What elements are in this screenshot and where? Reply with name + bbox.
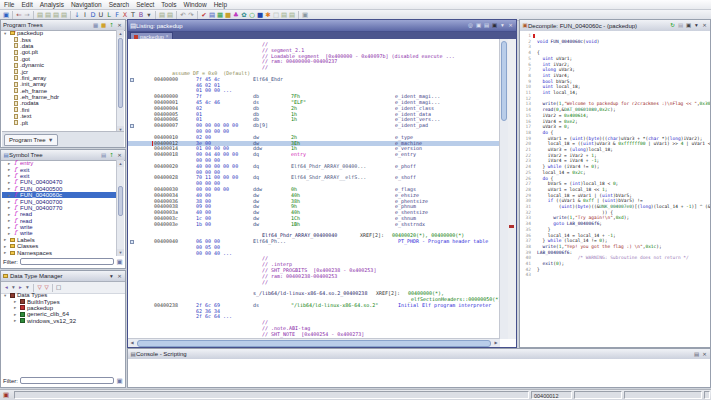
filter-on-icon[interactable]: ▽ bbox=[43, 284, 50, 291]
menu-help[interactable]: Help bbox=[214, 1, 227, 8]
close-icon[interactable]: × bbox=[701, 22, 708, 29]
memory-map-icon[interactable]: ▦ bbox=[216, 11, 224, 19]
data-type-filter-input[interactable] bbox=[20, 377, 114, 384]
decompile-line-42[interactable]: } bbox=[537, 267, 540, 273]
snapshot-icon[interactable]: ▣ bbox=[685, 22, 692, 29]
refresh-icon[interactable]: ↻ bbox=[669, 22, 676, 29]
nav-back-icon[interactable]: ← bbox=[15, 11, 23, 19]
listing-title-bar[interactable]: ▤ Listing: packedup ◎▣▤▣▾× bbox=[128, 20, 516, 32]
marker-nonflow-icon[interactable]: X bbox=[121, 11, 129, 19]
marker-label-icon[interactable]: L bbox=[105, 11, 113, 19]
marker-data-icon[interactable]: D bbox=[89, 11, 97, 19]
collapse-marker-icon[interactable] bbox=[130, 240, 134, 244]
program-tree-scrollbar[interactable]: ▲▼ bbox=[116, 30, 124, 133]
listing-vertical-scrollbar[interactable] bbox=[499, 39, 508, 339]
bookmark-icon[interactable]: ✱ bbox=[264, 11, 272, 19]
goto-icon[interactable]: ▤ bbox=[100, 152, 107, 159]
marker-instruction-icon[interactable]: I bbox=[81, 11, 89, 19]
checkout-icon[interactable]: ▤ bbox=[280, 11, 288, 19]
marker-function-icon[interactable]: F bbox=[113, 11, 121, 19]
clipboard-copy-icon[interactable]: ▤ bbox=[158, 11, 166, 19]
menu-file[interactable]: File bbox=[4, 1, 14, 8]
tool-status-icon[interactable]: ▣ bbox=[2, 391, 10, 399]
selection-icon[interactable]: ▤ bbox=[483, 22, 490, 29]
filter-icon[interactable]: ▦ bbox=[92, 22, 99, 29]
snapshot-icon[interactable]: ▣ bbox=[491, 22, 498, 29]
marker-undefined-icon[interactable]: U bbox=[97, 11, 105, 19]
back-dropdown-icon[interactable]: ▾ bbox=[10, 284, 17, 291]
marker-text-icon[interactable]: T bbox=[129, 11, 137, 19]
tree-item-windows_vs12_32[interactable]: ▸windows_vs12_32 bbox=[2, 318, 117, 324]
forward-icon[interactable]: ▸ bbox=[17, 284, 24, 291]
bytes-viewer-icon[interactable]: ■ bbox=[256, 11, 264, 19]
decompile-line-2[interactable]: void FUN_0040060c(void) bbox=[537, 39, 599, 45]
data-type-manager-header[interactable]: Data Type Manager ▾× bbox=[1, 271, 125, 282]
open-project-icon[interactable]: ■ bbox=[224, 11, 232, 19]
graph-icon[interactable]: ♣ bbox=[232, 11, 240, 19]
script-manager-icon[interactable]: ▤ bbox=[208, 11, 216, 19]
clipboard-paste-icon[interactable]: ▤ bbox=[166, 11, 174, 19]
console-output[interactable] bbox=[128, 359, 710, 387]
menu-window[interactable]: Window bbox=[184, 1, 207, 8]
chevron-down-icon[interactable]: ▾ bbox=[499, 22, 506, 29]
close-icon[interactable]: × bbox=[116, 22, 123, 29]
memory-icon[interactable]: ▣ bbox=[301, 11, 309, 19]
disabled-tool-icon[interactable]: □ bbox=[272, 11, 280, 19]
menu-analysis[interactable]: Analysis bbox=[40, 1, 64, 8]
navigate-down-icon[interactable]: ↓ bbox=[73, 11, 81, 19]
tree-item-plt[interactable]: .plt bbox=[2, 119, 117, 125]
program-tree-tab[interactable]: Program Tree ▾ bbox=[4, 134, 58, 146]
decompile-line-41[interactable]: exit(0); bbox=[537, 261, 564, 267]
listing-horizontal-scrollbar[interactable]: ◀▶ bbox=[128, 338, 500, 347]
listing-content[interactable]: //// segment_2.1// Loadable segment [0x4… bbox=[128, 39, 500, 339]
close-icon[interactable]: × bbox=[116, 273, 123, 280]
console-icon[interactable]: ○ bbox=[248, 11, 256, 19]
save-icon[interactable]: ▣ bbox=[2, 11, 10, 19]
symbol-tree-filter-input[interactable] bbox=[20, 258, 114, 265]
collapse-marker-icon[interactable] bbox=[130, 78, 134, 82]
collapse-marker-icon[interactable] bbox=[130, 124, 134, 128]
nav-forward-icon[interactable]: → bbox=[23, 11, 31, 19]
filter-off-icon[interactable]: ▽ bbox=[36, 284, 43, 291]
decompile-content[interactable]: 12void FUN_0040060c(void)34{5 uint uVar1… bbox=[520, 31, 710, 347]
chevron-down-icon[interactable]: ▾ bbox=[693, 22, 700, 29]
listing-overview-margin[interactable] bbox=[508, 39, 516, 339]
close-icon[interactable]: × bbox=[116, 152, 123, 159]
copy-icon[interactable]: ▤ bbox=[52, 11, 60, 19]
auto-analyze-icon[interactable]: ✔ bbox=[200, 11, 208, 19]
checkin-icon[interactable]: ▤ bbox=[288, 11, 296, 19]
clone-icon[interactable]: ▣ bbox=[475, 22, 482, 29]
scroll-lock-icon[interactable]: ▤ bbox=[693, 351, 700, 358]
close-icon[interactable]: × bbox=[507, 22, 514, 29]
symbol-tree-scrollbar[interactable]: ▲▼ bbox=[116, 160, 124, 256]
cursor-location-icon[interactable]: ◎ bbox=[467, 22, 474, 29]
copy-icon[interactable]: ▤ bbox=[677, 22, 684, 29]
open-folder-icon[interactable]: ■ bbox=[100, 22, 107, 29]
back-icon[interactable]: ◂ bbox=[3, 284, 10, 291]
forward-dropdown-icon[interactable]: ▾ bbox=[24, 284, 31, 291]
filter-options-icon[interactable]: ▣ bbox=[116, 258, 123, 266]
undo-icon[interactable]: ↶ bbox=[179, 11, 187, 19]
copy-special-icon[interactable]: ▤ bbox=[60, 11, 68, 19]
paste-icon[interactable]: ▤ bbox=[36, 11, 44, 19]
listing-row[interactable]: // SHT_NOTE [0x400254 - 0x400273] bbox=[128, 332, 500, 338]
close-icon[interactable]: × bbox=[701, 351, 708, 358]
decompile-line-11[interactable]: int local_14; bbox=[537, 90, 578, 96]
symbol-folder-namespaces[interactable]: ▸Namespaces bbox=[2, 249, 117, 255]
chevron-down-icon[interactable]: ▾ bbox=[108, 273, 115, 280]
menu-search[interactable]: Search bbox=[109, 1, 130, 8]
menu-tools[interactable]: Tools bbox=[161, 1, 176, 8]
menu-edit[interactable]: Edit bbox=[21, 1, 32, 8]
paste-special-icon[interactable]: ▤ bbox=[44, 11, 52, 19]
marker-dropdown-icon[interactable]: ▾ bbox=[145, 11, 153, 19]
plant-icon[interactable]: ✿ bbox=[240, 11, 248, 19]
filter-options-icon[interactable]: ▣ bbox=[116, 377, 123, 385]
collapse-all-icon[interactable]: □ bbox=[55, 284, 62, 291]
menu-navigation[interactable]: Navigation bbox=[71, 1, 102, 8]
expand-icon[interactable]: ↑ bbox=[108, 152, 115, 159]
expand-icon[interactable]: ↑ bbox=[108, 22, 115, 29]
status-resize-corner[interactable] bbox=[704, 391, 710, 399]
redo-icon[interactable]: ↷ bbox=[187, 11, 195, 19]
marker-bookmark-icon[interactable]: B bbox=[137, 11, 145, 19]
menu-select[interactable]: Select bbox=[136, 1, 154, 8]
